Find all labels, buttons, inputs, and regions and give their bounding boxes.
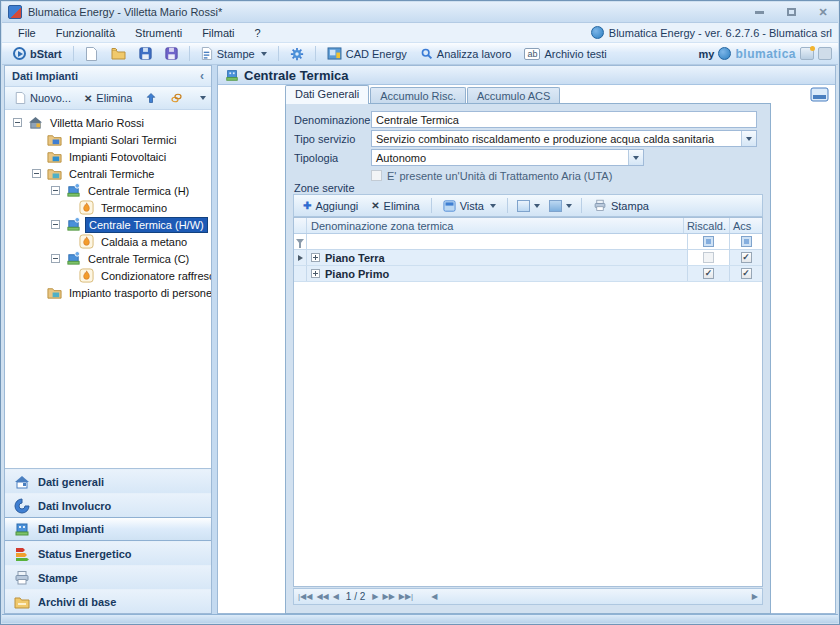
tree-item-villetta[interactable]: Villetta Mario Rossi <box>5 114 211 131</box>
tree-item-centrali-termiche[interactable]: Centrali Termiche <box>5 165 211 182</box>
hscroll-right-arrow[interactable]: ▶ <box>752 592 758 601</box>
minimize-button[interactable] <box>750 6 768 18</box>
nav-dati-involucro[interactable]: Dati Involucro <box>5 493 211 517</box>
stampa-button[interactable]: Stampa <box>588 197 654 214</box>
nuovo-button[interactable]: Nuovo... <box>10 90 76 106</box>
close-button[interactable]: ✕ <box>814 6 832 18</box>
tree-item-impianto-trasporto[interactable]: Impianto trasporto di persone e cose <box>5 284 211 301</box>
pager-prev-group-button[interactable]: ◀◀ <box>316 592 328 601</box>
open-button[interactable] <box>106 45 131 62</box>
riscald-checkbox[interactable]: ✓ <box>703 268 714 279</box>
move-up-button[interactable] <box>140 90 162 106</box>
tree-item-condizionatore[interactable]: Condizionatore raffrescamento <box>5 267 211 284</box>
new-button[interactable] <box>80 45 103 63</box>
acs-checkbox[interactable]: ✓ <box>741 268 752 279</box>
my-blumatica-name[interactable]: blumatica <box>735 47 796 61</box>
stampa-label: Stampa <box>611 200 649 212</box>
tree-item-termocamino[interactable]: Termocamino <box>5 199 211 216</box>
general-data-house-icon <box>14 474 30 490</box>
collapse-expander-icon[interactable] <box>51 220 60 229</box>
elimina-button[interactable]: ✕ Elimina <box>79 90 137 106</box>
user-account-icon[interactable] <box>800 47 814 60</box>
tree-item-caldaia[interactable]: Caldaia a metano <box>5 233 211 250</box>
package-icon[interactable] <box>818 47 832 60</box>
analizza-lavoro-button[interactable]: Analizza lavoro <box>415 45 517 62</box>
collapse-panel-icon[interactable]: ‹ <box>200 69 204 83</box>
menu-bar: File Funzionalità Strumenti Filmati ? Bl… <box>2 23 838 43</box>
tipologia-select[interactable]: Autonomo <box>371 149 644 166</box>
table-row-piano-primo[interactable]: Piano Primo ✓ ✓ <box>294 266 762 282</box>
content-header: Centrale Termica <box>218 66 835 85</box>
denominazione-input[interactable]: Centrale Termica <box>371 111 757 128</box>
table-row-piano-terra[interactable]: Piano Terra ✓ <box>294 250 762 266</box>
tree-item-impianti-fotovoltaici[interactable]: Impianti Fotovoltaici <box>5 148 211 165</box>
columns-icon <box>517 200 530 212</box>
collapse-expander-icon[interactable] <box>51 186 60 195</box>
nav-stampe[interactable]: Stampe <box>5 565 211 589</box>
menu-funzionalita[interactable]: Funzionalità <box>46 25 125 41</box>
expand-row-icon[interactable] <box>311 269 320 278</box>
tipo-servizio-select[interactable]: Servizio combinato riscaldamento e produ… <box>371 130 757 147</box>
elimina-zona-button[interactable]: ✕ Elimina <box>366 198 424 214</box>
menu-file[interactable]: File <box>8 25 46 41</box>
stampe-menu-button[interactable]: Stampe <box>196 45 272 62</box>
menu-help[interactable]: ? <box>245 25 271 41</box>
settings-button[interactable] <box>285 45 309 63</box>
pager-next-button[interactable]: ▶ <box>372 592 378 601</box>
vista-button[interactable]: Vista <box>438 198 501 214</box>
tab-accumulo-risc[interactable]: Accumulo Risc. <box>370 87 466 104</box>
expand-row-icon[interactable] <box>311 253 320 262</box>
layout-options-button[interactable] <box>546 198 575 214</box>
filter-riscald-checkbox[interactable] <box>703 236 714 247</box>
elimina-label: Elimina <box>96 92 132 104</box>
collapse-expander-icon[interactable] <box>13 118 22 127</box>
tree-item-impianti-solari[interactable]: Impianti Solari Termici <box>5 131 211 148</box>
print-document-icon <box>201 47 213 60</box>
pager-first-button[interactable]: |◀◀ <box>298 592 312 601</box>
pager-next-group-button[interactable]: ▶▶ <box>382 592 394 601</box>
column-header-acs[interactable]: Acs <box>730 218 762 233</box>
acs-checkbox[interactable]: ✓ <box>741 252 752 263</box>
aggiungi-button[interactable]: ✚ Aggiungi <box>298 198 363 214</box>
elimina-zona-label: Elimina <box>384 200 420 212</box>
tree-item-centrale-c[interactable]: Centrale Termica (C) <box>5 250 211 267</box>
collapse-expander-icon[interactable] <box>32 169 41 178</box>
filter-acs-checkbox[interactable] <box>741 236 752 247</box>
maximize-button[interactable] <box>782 6 800 18</box>
column-header-riscald[interactable]: Riscald. <box>684 218 730 233</box>
toolbar-overflow-icon[interactable] <box>200 96 206 100</box>
menu-filmati[interactable]: Filmati <box>192 25 244 41</box>
panel-layout-icon[interactable] <box>810 87 829 102</box>
column-chooser-button[interactable] <box>514 198 543 214</box>
nav-dati-impianti-selected[interactable]: Dati Impianti <box>5 517 211 541</box>
nav-status-energetico[interactable]: Status Energetico <box>5 541 211 565</box>
filter-denominazione-cell[interactable] <box>307 234 688 249</box>
nav-dati-generali[interactable]: Dati generali <box>5 469 211 493</box>
collapse-expander-icon[interactable] <box>51 254 60 263</box>
column-header-denominazione[interactable]: Denominazione zona termica <box>307 218 684 233</box>
tab-dati-generali[interactable]: Dati Generali <box>285 85 369 104</box>
tree-item-centrale-hw-selected[interactable]: Centrale Termica (H/W) <box>5 216 211 233</box>
cad-energy-button[interactable]: CAD Energy <box>322 45 412 62</box>
delete-x-icon: ✕ <box>371 200 379 211</box>
save-all-button[interactable] <box>160 45 183 62</box>
save-button[interactable] <box>134 45 157 62</box>
hscroll-left-arrow[interactable]: ◀ <box>431 592 437 601</box>
tree-item-centrale-h[interactable]: Centrale Termica (H) <box>5 182 211 199</box>
pager-prev-button[interactable]: ◀ <box>333 592 339 601</box>
nav-archivi-di-base[interactable]: Archivi di base <box>5 589 211 613</box>
riscald-checkbox[interactable] <box>703 252 714 263</box>
grid-filter-row <box>294 234 762 250</box>
uta-checkbox[interactable] <box>371 170 382 181</box>
my-blumatica-my: my <box>699 48 715 60</box>
tab-accumulo-acs[interactable]: Accumulo ACS <box>467 87 560 104</box>
archivio-testi-button[interactable]: ab Archivio testi <box>519 46 611 62</box>
bstart-button[interactable]: bStart <box>8 45 67 62</box>
menu-strumenti[interactable]: Strumenti <box>125 25 192 41</box>
link-button[interactable] <box>165 90 188 106</box>
tree-item-label: Centrale Termica (C) <box>85 252 192 266</box>
pager-last-button[interactable]: ▶▶| <box>399 592 413 601</box>
chevron-down-icon[interactable] <box>628 150 643 165</box>
tree-item-label: Termocamino <box>98 201 170 215</box>
chevron-down-icon[interactable] <box>741 131 756 146</box>
